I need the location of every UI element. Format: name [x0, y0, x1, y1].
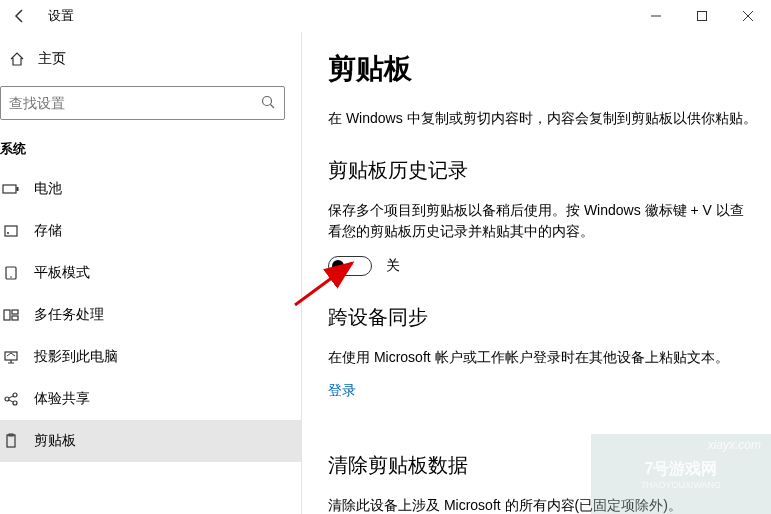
- sidebar-item-storage[interactable]: 存储: [0, 210, 301, 252]
- svg-point-14: [5, 397, 9, 401]
- svg-rect-1: [698, 12, 707, 21]
- sidebar-item-battery[interactable]: 电池: [0, 168, 301, 210]
- section-title-clear: 清除剪贴板数据: [328, 452, 757, 479]
- search-icon: [260, 94, 276, 113]
- sidebar-item-label: 电池: [34, 180, 62, 198]
- sidebar-item-label: 剪贴板: [34, 432, 76, 450]
- sidebar-item-label: 投影到此电脑: [34, 348, 118, 366]
- sidebar-item-label: 存储: [34, 222, 62, 240]
- section-history: 剪贴板历史记录 保存多个项目到剪贴板以备稍后使用。按 Windows 徽标键 +…: [328, 157, 757, 276]
- back-icon[interactable]: [8, 8, 32, 24]
- page-title: 剪贴板: [328, 50, 757, 88]
- svg-rect-6: [5, 226, 17, 236]
- svg-point-9: [10, 276, 12, 278]
- svg-rect-17: [7, 435, 15, 447]
- svg-rect-4: [3, 185, 16, 193]
- content-area: 剪贴板 在 Windows 中复制或剪切内容时，内容会复制到剪贴板以供你粘贴。 …: [302, 32, 771, 514]
- battery-icon: [2, 180, 20, 198]
- share-icon: [2, 390, 20, 408]
- nav-home[interactable]: 主页: [0, 40, 301, 78]
- toggle-knob: [332, 260, 344, 272]
- sidebar-item-clipboard[interactable]: 剪贴板: [0, 420, 301, 462]
- section-title-history: 剪贴板历史记录: [328, 157, 757, 184]
- minimize-button[interactable]: [633, 0, 679, 32]
- sidebar-item-share[interactable]: 体验共享: [0, 378, 301, 420]
- svg-point-16: [13, 401, 17, 405]
- sidebar-item-project[interactable]: 投影到此电脑: [0, 336, 301, 378]
- svg-point-2: [263, 96, 272, 105]
- section-sync: 跨设备同步 在使用 Microsoft 帐户或工作帐户登录时在其他设备上粘贴文本…: [328, 304, 757, 426]
- svg-rect-10: [4, 310, 10, 320]
- section-title-sync: 跨设备同步: [328, 304, 757, 331]
- sidebar-item-label: 多任务处理: [34, 306, 104, 324]
- sidebar-item-tablet[interactable]: 平板模式: [0, 252, 301, 294]
- toggle-state-label: 关: [386, 257, 400, 275]
- svg-point-15: [13, 393, 17, 397]
- sidebar-item-multitask[interactable]: 多任务处理: [0, 294, 301, 336]
- section-desc-history: 保存多个项目到剪贴板以备稍后使用。按 Windows 徽标键 + V 以查看您的…: [328, 200, 757, 242]
- nav-list: 电池 存储 平板模式: [0, 168, 301, 462]
- tablet-icon: [2, 264, 20, 282]
- svg-rect-11: [12, 310, 18, 314]
- storage-icon: [2, 222, 20, 240]
- svg-point-7: [7, 232, 9, 234]
- login-link[interactable]: 登录: [328, 382, 356, 400]
- close-button[interactable]: [725, 0, 771, 32]
- sidebar: 主页 系统 电池: [0, 32, 302, 514]
- titlebar: 设置: [0, 0, 771, 32]
- project-icon: [2, 348, 20, 366]
- maximize-button[interactable]: [679, 0, 725, 32]
- category-title: 系统: [0, 136, 301, 162]
- nav-home-label: 主页: [38, 50, 66, 68]
- home-icon: [8, 50, 26, 68]
- svg-line-3: [271, 104, 275, 108]
- section-clear: 清除剪贴板数据 清除此设备上涉及 Microsoft 的所有内容(已固定项除外)…: [328, 452, 757, 514]
- window-title: 设置: [48, 7, 74, 25]
- page-description: 在 Windows 中复制或剪切内容时，内容会复制到剪贴板以供你粘贴。: [328, 108, 757, 129]
- multitask-icon: [2, 306, 20, 324]
- search-input[interactable]: [9, 95, 260, 111]
- sidebar-item-label: 体验共享: [34, 390, 90, 408]
- svg-rect-12: [12, 316, 18, 320]
- section-desc-clear: 清除此设备上涉及 Microsoft 的所有内容(已固定项除外)。: [328, 495, 757, 514]
- section-desc-sync: 在使用 Microsoft 帐户或工作帐户登录时在其他设备上粘贴文本。: [328, 347, 757, 368]
- svg-rect-5: [17, 187, 19, 191]
- search-box[interactable]: [0, 86, 285, 120]
- sidebar-item-label: 平板模式: [34, 264, 90, 282]
- clipboard-icon: [2, 432, 20, 450]
- history-toggle[interactable]: [328, 256, 372, 276]
